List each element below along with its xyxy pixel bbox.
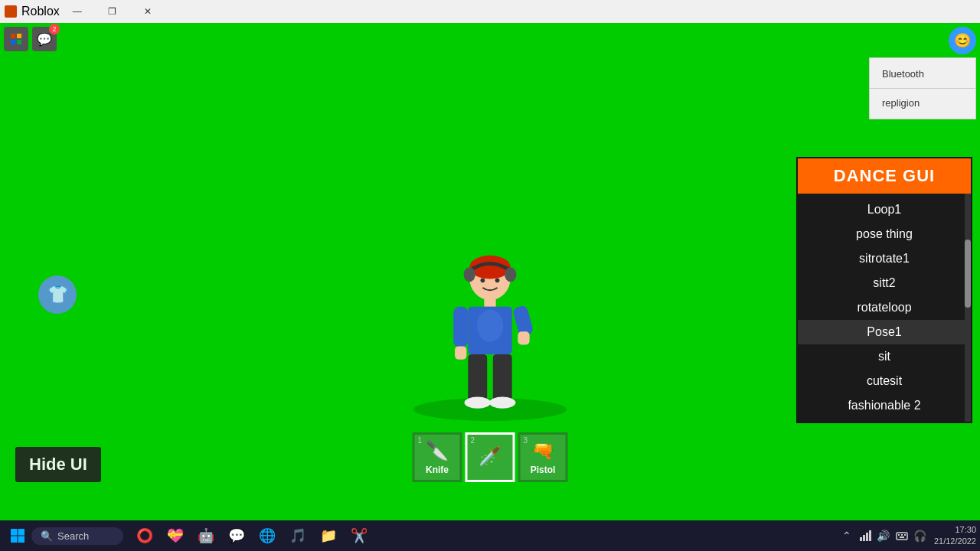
svg-rect-22 xyxy=(18,529,25,536)
roblox-menu-button[interactable] xyxy=(4,27,28,51)
slot-number: 1 xyxy=(418,436,423,445)
svg-rect-10 xyxy=(484,298,495,306)
taskbar-app-edge[interactable]: 🌐 xyxy=(253,522,281,549)
slot-number: 3 xyxy=(524,436,528,445)
taskbar-app-pink-circle[interactable]: ⭕ xyxy=(131,522,158,549)
dance-item-4[interactable]: rotateloop xyxy=(798,295,971,320)
dance-scroll-thumb[interactable] xyxy=(965,240,971,308)
svg-rect-31 xyxy=(901,534,903,536)
tray-volume[interactable]: 🔊 xyxy=(876,528,891,543)
character-shirt-icon[interactable]: 👕 xyxy=(38,276,77,314)
svg-rect-3 xyxy=(17,40,21,44)
dance-item-6[interactable]: sit xyxy=(798,344,971,369)
context-dropdown: Bluetooth repligion xyxy=(869,57,976,119)
dance-gui-scrollbar[interactable] xyxy=(965,194,971,422)
clock-date: 21/12/2022 xyxy=(934,536,976,547)
slot-icon: 🔫 xyxy=(531,440,554,461)
slot-number: 2 xyxy=(471,436,475,445)
svg-point-9 xyxy=(495,278,500,282)
svg-rect-14 xyxy=(455,346,466,359)
svg-rect-32 xyxy=(904,534,906,536)
dance-gui-title: DANCE GUI xyxy=(798,158,971,194)
search-icon: 🔍 xyxy=(41,530,53,542)
slot-label: Knife xyxy=(426,465,449,475)
svg-rect-26 xyxy=(863,535,865,541)
settings-button[interactable]: 😊 xyxy=(949,27,976,54)
svg-rect-16 xyxy=(518,331,529,344)
taskbar-app-ai-app[interactable]: 🤖 xyxy=(192,522,220,549)
dance-item-3[interactable]: sitt2 xyxy=(798,271,971,295)
svg-rect-13 xyxy=(453,307,468,347)
window-title: Roblox xyxy=(21,5,60,18)
svg-rect-28 xyxy=(869,530,871,541)
svg-rect-18 xyxy=(493,354,512,402)
tray-network[interactable] xyxy=(858,528,873,543)
taskbar-app-files[interactable]: 📁 xyxy=(315,522,342,549)
hotbar-slot-1[interactable]: 1 🔪 Knife xyxy=(413,432,462,482)
svg-rect-1 xyxy=(17,34,21,38)
dance-gui-panel: DANCE GUI Loop1pose thingsitrotate1sitt2… xyxy=(796,157,972,423)
titlebar: Roblox — ❐ ✕ xyxy=(0,0,980,23)
taskbar-app-discord[interactable]: 💬 xyxy=(223,522,250,549)
slot-icon: 🔪 xyxy=(426,440,449,461)
dance-item-8[interactable]: fashionable 2 xyxy=(798,393,971,418)
svg-rect-33 xyxy=(900,536,904,538)
tray-keyboard[interactable] xyxy=(894,528,910,543)
minimize-button[interactable]: — xyxy=(60,0,95,23)
clock-time: 17:30 xyxy=(934,524,976,536)
hotbar: 1 🔪 Knife2 🗡️ 3 🔫 Pistol xyxy=(413,432,568,482)
svg-point-7 xyxy=(505,267,516,282)
taskbar-app-snip[interactable]: ✂️ xyxy=(345,522,373,549)
dance-item-0[interactable]: Loop1 xyxy=(798,197,971,222)
svg-point-20 xyxy=(489,396,515,408)
tray-headphone[interactable]: 🎧 xyxy=(913,528,928,543)
app-icon xyxy=(5,5,17,18)
dropdown-item-repligion[interactable]: repligion xyxy=(870,91,975,115)
hotbar-slot-3[interactable]: 3 🔫 Pistol xyxy=(518,432,568,482)
slot-icon: 🗡️ xyxy=(479,445,501,467)
dance-item-2[interactable]: sitrotate1 xyxy=(798,246,971,271)
svg-rect-24 xyxy=(18,536,25,543)
svg-rect-23 xyxy=(11,536,18,543)
tray-expand[interactable]: ⌃ xyxy=(839,528,854,543)
svg-point-8 xyxy=(481,278,485,282)
player-character xyxy=(444,253,536,421)
svg-rect-30 xyxy=(898,534,900,536)
taskbar-app-heart-app[interactable]: 💝 xyxy=(162,522,189,549)
svg-point-6 xyxy=(464,267,475,282)
game-viewport: 💬 2 xyxy=(0,23,980,520)
svg-rect-2 xyxy=(11,40,15,44)
svg-point-19 xyxy=(465,396,491,408)
taskbar-app-tiktok[interactable]: 🎵 xyxy=(284,522,312,549)
close-button[interactable]: ✕ xyxy=(130,0,165,23)
top-left-hud: 💬 2 xyxy=(4,27,57,51)
dance-item-1[interactable]: pose thing xyxy=(798,222,971,246)
dropdown-divider xyxy=(870,88,975,89)
window-controls: — ❐ ✕ xyxy=(60,0,165,23)
hotbar-slot-2[interactable]: 2 🗡️ xyxy=(466,432,515,482)
taskbar-app-list: ⭕💝🤖💬🌐🎵📁✂️ xyxy=(131,522,373,549)
chat-button[interactable]: 💬 2 xyxy=(32,27,57,51)
dropdown-item-bluetooth[interactable]: Bluetooth xyxy=(870,62,975,86)
system-tray: ⌃ 🔊 🎧 xyxy=(839,528,928,543)
svg-rect-0 xyxy=(11,34,15,38)
system-clock[interactable]: 17:30 21/12/2022 xyxy=(934,524,976,548)
hide-ui-button[interactable]: Hide UI xyxy=(15,447,101,482)
svg-rect-17 xyxy=(468,354,487,402)
start-button[interactable] xyxy=(4,522,31,549)
dance-item-7[interactable]: cutesit xyxy=(798,369,971,393)
svg-rect-21 xyxy=(11,529,18,536)
restore-button[interactable]: ❐ xyxy=(95,0,130,23)
svg-rect-27 xyxy=(866,533,868,541)
taskbar: 🔍 Search ⭕💝🤖💬🌐🎵📁✂️ ⌃ 🔊 🎧 xyxy=(0,520,980,551)
slot-label: Pistol xyxy=(531,465,556,475)
chat-badge: 2 xyxy=(49,24,60,34)
taskbar-search-box[interactable]: 🔍 Search xyxy=(31,527,123,545)
svg-point-12 xyxy=(477,310,503,342)
svg-rect-25 xyxy=(860,537,862,541)
svg-rect-29 xyxy=(897,533,907,540)
dance-item-5[interactable]: Pose1 xyxy=(798,320,971,344)
dance-animation-list: Loop1pose thingsitrotate1sitt2rotateloop… xyxy=(798,194,971,422)
search-label: Search xyxy=(57,530,89,542)
